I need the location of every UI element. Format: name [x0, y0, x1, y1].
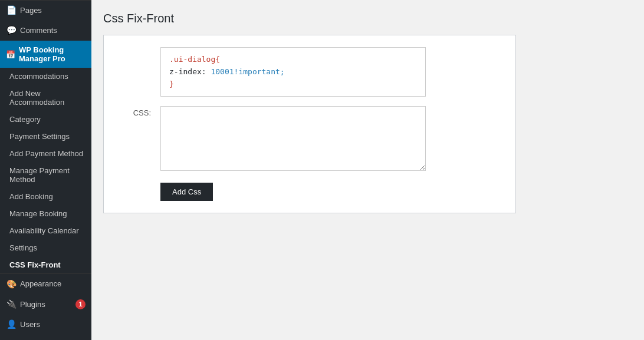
sidebar-item-pages[interactable]: 📄 Pages	[0, 1, 91, 21]
plugins-label: Plugins	[20, 299, 70, 310]
sidebar-item-payment-settings[interactable]: Payment Settings	[0, 128, 91, 145]
css-input-row: CSS:	[116, 106, 504, 171]
accommodations-label: Accommodations	[9, 72, 68, 81]
sidebar-item-comments[interactable]: 💬 Comments	[0, 21, 91, 41]
sidebar-item-accommodations[interactable]: Accommodations	[0, 68, 91, 85]
pages-icon: 📄	[6, 5, 17, 16]
sidebar-top-section: 📄 Pages 💬 Comments	[0, 0, 91, 41]
category-label: Category	[9, 115, 41, 124]
add-booking-label: Add Booking	[9, 192, 53, 201]
settings-label: Settings	[9, 243, 37, 252]
css-input-label: CSS:	[116, 106, 151, 117]
sidebar-item-add-payment-method[interactable]: Add Payment Method	[0, 145, 91, 162]
sidebar-item-manage-payment-method[interactable]: Manage Payment Method	[0, 162, 91, 188]
sidebar-item-plugins[interactable]: 🔌 Plugins 1	[0, 295, 91, 315]
payment-settings-label: Payment Settings	[9, 132, 70, 141]
sidebar-item-css-fix-front[interactable]: CSS Fix-Front	[0, 256, 91, 273]
manage-payment-method-label: Manage Payment Method	[9, 166, 86, 184]
plugin-icon: 📅	[6, 50, 15, 59]
appearance-label: Appearance	[20, 279, 86, 289]
css-fix-front-label: CSS Fix-Front	[9, 260, 61, 269]
availability-calendar-label: Availability Calendar	[9, 226, 79, 235]
sidebar: 📄 Pages 💬 Comments 📅 WP Booking Manager …	[0, 0, 91, 340]
css-display-label	[116, 47, 151, 49]
css-selector-text: .ui-dialog{	[169, 55, 220, 64]
css-line-3: }	[169, 78, 417, 91]
css-value-text: 10001!important;	[211, 67, 284, 76]
sidebar-item-settings[interactable]: Settings	[0, 239, 91, 256]
main-content: Css Fix-Front .ui-dialog{ z-index: 10001…	[91, 0, 644, 340]
manage-booking-label: Manage Booking	[9, 209, 67, 218]
plugins-icon: 🔌	[6, 299, 17, 310]
css-property-text: z-index:	[169, 67, 211, 76]
add-new-accommodation-label: Add New Accommodation	[9, 89, 86, 107]
content-box: .ui-dialog{ z-index: 10001!important; } …	[103, 35, 516, 213]
users-icon: 👤	[6, 319, 17, 330]
sidebar-item-add-new-accommodation[interactable]: Add New Accommodation	[0, 85, 91, 111]
add-payment-method-label: Add Payment Method	[9, 149, 83, 158]
css-line-2: z-index: 10001!important;	[169, 66, 417, 78]
sidebar-item-pages-label: Pages	[20, 5, 86, 16]
css-line-1: .ui-dialog{	[169, 54, 417, 66]
sidebar-item-category[interactable]: Category	[0, 111, 91, 128]
plugin-header-label: WP Booking Manager Pro	[19, 45, 86, 63]
sidebar-item-comments-label: Comments	[20, 25, 86, 36]
appearance-icon: 🎨	[6, 279, 17, 289]
sidebar-item-users[interactable]: 👤 Users	[0, 315, 91, 335]
sidebar-item-add-booking[interactable]: Add Booking	[0, 188, 91, 205]
sidebar-item-availability-calendar[interactable]: Availability Calendar	[0, 222, 91, 239]
comments-icon: 💬	[6, 25, 17, 36]
plugins-badge: 1	[75, 299, 86, 309]
users-label: Users	[20, 319, 86, 330]
css-display-row: .ui-dialog{ z-index: 10001!important; }	[116, 47, 504, 97]
add-css-button[interactable]: Add Css	[160, 183, 213, 201]
sidebar-plugin-items: Accommodations Add New Accommodation Cat…	[0, 68, 91, 273]
sidebar-item-manage-booking[interactable]: Manage Booking	[0, 205, 91, 222]
css-display-box: .ui-dialog{ z-index: 10001!important; }	[160, 47, 426, 97]
page-title: Css Fix-Front	[103, 12, 632, 25]
sidebar-plugin-header[interactable]: 📅 WP Booking Manager Pro	[0, 41, 91, 68]
button-row: Add Css	[160, 180, 504, 201]
sidebar-item-appearance[interactable]: 🎨 Appearance	[0, 274, 91, 294]
css-brace-text: }	[169, 80, 174, 88]
sidebar-bottom-section: 🎨 Appearance 🔌 Plugins 1 👤 Users	[0, 273, 91, 335]
css-textarea[interactable]	[160, 106, 426, 171]
